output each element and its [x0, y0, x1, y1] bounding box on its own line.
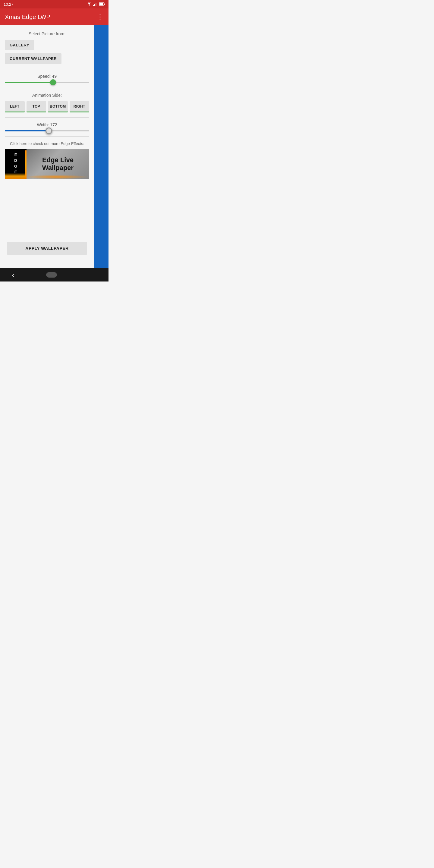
blue-side-panel: [94, 25, 108, 268]
promo-logo: EDGE: [5, 149, 27, 179]
more-options-icon[interactable]: ⋮: [97, 13, 104, 20]
app-bar: Xmas Edge LWP ⋮: [0, 8, 108, 25]
speed-slider-thumb[interactable]: [50, 79, 56, 85]
right-button[interactable]: RIGHT: [70, 101, 90, 113]
speed-label: Speed: 49: [5, 74, 89, 79]
promo-logo-side-glow: [25, 150, 27, 178]
apply-wallpaper-button[interactable]: APPLY WALLPAPER: [7, 242, 87, 255]
left-button[interactable]: LEFT: [5, 101, 25, 113]
speed-slider-track[interactable]: [5, 82, 89, 83]
divider-2: [5, 88, 89, 88]
divider-4: [5, 136, 89, 136]
select-picture-section: Select Picture from: GALLERY CURRENT WAL…: [5, 31, 89, 64]
svg-rect-3: [96, 3, 96, 6]
status-time: 10:27: [4, 2, 13, 7]
svg-rect-7: [99, 3, 103, 5]
wifi-icon: [87, 2, 92, 6]
divider-1: [5, 69, 89, 69]
main-content: Select Picture from: GALLERY CURRENT WAL…: [0, 25, 94, 268]
width-section: Width: 172: [5, 122, 89, 131]
picture-source-buttons: GALLERY CURRENT WALLPAPER: [5, 40, 89, 64]
battery-icon: [99, 2, 105, 6]
svg-point-0: [89, 5, 90, 6]
back-button[interactable]: ‹: [12, 272, 14, 278]
animation-side-buttons: LEFT TOP BOTTOM RIGHT: [5, 101, 89, 113]
bottom-button[interactable]: BOTTOM: [48, 101, 68, 113]
content-spacer: [5, 181, 89, 242]
status-bar: 10:27: [0, 0, 108, 8]
promo-logo-text: EDGE: [13, 153, 18, 176]
speed-slider-container[interactable]: [5, 82, 89, 83]
width-slider-fill: [5, 130, 49, 131]
divider-3: [5, 117, 89, 118]
animation-side-section: Animation Side: LEFT TOP BOTTOM RIGHT: [5, 93, 89, 113]
promo-bottom-glow: [23, 175, 89, 179]
width-slider-container[interactable]: [5, 130, 89, 131]
svg-rect-4: [97, 2, 97, 6]
current-wallpaper-button[interactable]: CURRENT WALLPAPER: [5, 53, 61, 64]
width-slider-thumb[interactable]: [45, 127, 52, 134]
promo-title: Edge Live Wallpaper: [27, 156, 89, 172]
speed-section: Speed: 49: [5, 74, 89, 83]
animation-side-label: Animation Side:: [5, 93, 89, 98]
svg-rect-2: [94, 4, 95, 6]
select-picture-label: Select Picture from:: [5, 31, 89, 36]
nav-bar: ‹: [0, 268, 108, 281]
signal-icon: [93, 2, 97, 6]
promo-banner[interactable]: EDGE Edge Live Wallpaper: [5, 149, 89, 179]
svg-rect-1: [93, 5, 94, 6]
top-button[interactable]: TOP: [27, 101, 46, 113]
promo-text: Click here to check out more Edge-Effect…: [5, 141, 89, 146]
promo-section: Click here to check out more Edge-Effect…: [5, 141, 89, 179]
app-title: Xmas Edge LWP: [5, 13, 50, 21]
gallery-button[interactable]: GALLERY: [5, 40, 34, 50]
width-label: Width: 172: [5, 122, 89, 127]
home-button[interactable]: [46, 272, 57, 278]
svg-rect-6: [104, 4, 105, 5]
width-slider-track[interactable]: [5, 130, 89, 131]
speed-slider-fill: [5, 82, 53, 83]
status-icons: [87, 2, 105, 6]
content-wrapper: Select Picture from: GALLERY CURRENT WAL…: [0, 25, 108, 268]
bottom-padding: [5, 255, 89, 262]
